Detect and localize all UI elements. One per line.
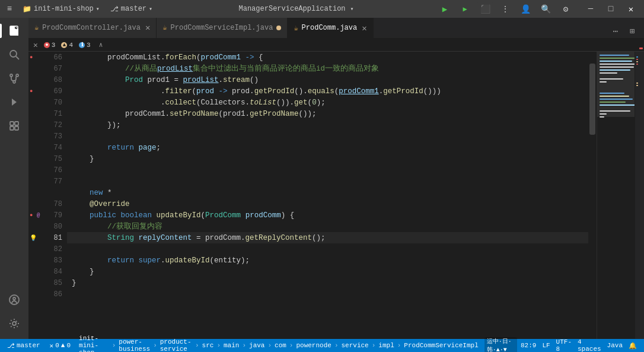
split-editor-icon[interactable]: ⊞ <box>625 24 639 38</box>
line-number-81: 💡 81 <box>28 232 67 243</box>
branch-selector[interactable]: ⎇ master ▾ <box>107 4 156 15</box>
code-line-74: return page; <box>67 142 588 153</box>
tab-close-icon[interactable]: ✕ <box>362 23 366 33</box>
line-number-84: 84 <box>28 266 67 277</box>
breadcrumb-item-7[interactable]: com <box>273 342 288 349</box>
line-number-82: 82 <box>28 243 67 255</box>
line-number-77: 77 <box>28 176 67 187</box>
git-status[interactable]: ⎇ master <box>5 339 43 352</box>
svg-point-1 <box>10 50 17 57</box>
sidebar-item-settings[interactable] <box>4 313 25 334</box>
close-button[interactable]: ✕ <box>623 2 639 15</box>
tab-prodcommcontroller[interactable]: ☕ ProdCommController.java ✕ <box>28 18 157 38</box>
info-badge: ℹ 3 <box>79 42 91 49</box>
git-icon: ⎇ <box>7 342 15 350</box>
stop-button[interactable]: ⬛ <box>477 2 493 15</box>
svg-point-11 <box>13 297 15 300</box>
svg-rect-7 <box>15 122 18 125</box>
settings-icon[interactable]: ⚙ <box>557 2 574 15</box>
chevron-down-icon: ▾ <box>149 5 152 12</box>
breadcrumb-item-5[interactable]: main <box>222 342 240 349</box>
run-button[interactable]: ▶ <box>436 2 453 15</box>
status-bar: ⎇ master ✕ 0 ▲ 0 init-mini-shop › power-… <box>0 339 644 352</box>
position-label: 82:9 <box>521 342 536 349</box>
code-line-77 <box>67 176 588 187</box>
vertical-scrollbar[interactable] <box>588 52 597 339</box>
tab-prodcomm[interactable]: ☕ ProdComm.java ✕ <box>288 18 373 38</box>
info-icon: ℹ <box>79 42 85 48</box>
warning-count: 4 <box>69 42 73 49</box>
language-mode[interactable]: Java <box>605 342 625 349</box>
activity-bar <box>0 18 28 339</box>
language-label: Java <box>607 342 623 349</box>
code-line-71: prodComm1.setProdName(prod1.getProdName(… <box>67 108 588 119</box>
dismiss-error-icon[interactable]: ✕ <box>33 40 38 50</box>
editor-container[interactable]: ● 66 67 68 ● 69 70 71 72 73 <box>28 52 644 339</box>
breadcrumb-item-9[interactable]: service <box>340 342 370 349</box>
tab-label: ProdComm.java <box>302 24 358 32</box>
maximize-button[interactable]: □ <box>602 2 619 15</box>
breadcrumb-item-10[interactable]: impl <box>377 342 395 349</box>
indent-label: 4 spaces <box>578 338 601 352</box>
scrollbar-thumb[interactable] <box>589 64 595 135</box>
line-number-85: 85 <box>28 277 67 288</box>
code-line-82 <box>67 243 588 255</box>
debug-run-button[interactable]: ▶ <box>457 2 473 15</box>
tab-more-icon[interactable]: ⋯ <box>608 24 623 38</box>
account-icon[interactable]: 👤 <box>517 2 534 15</box>
warning-icon: ▲ <box>61 42 67 48</box>
project-name[interactable]: 📁 init-mini-shop ▾ <box>19 4 103 15</box>
sidebar-item-extensions[interactable] <box>4 115 25 137</box>
line-gutter: ● 66 67 68 ● 69 70 71 72 73 <box>28 52 67 339</box>
file-encoding[interactable]: UTF-8 <box>554 338 574 352</box>
breadcrumb-item-1[interactable]: init-mini-shop <box>78 335 110 352</box>
sidebar-item-files[interactable] <box>4 20 25 42</box>
breadcrumb-item-4[interactable]: src <box>201 342 215 349</box>
breadcrumb-item-2[interactable]: power-business <box>117 338 151 352</box>
error-status[interactable]: ✕ 0 ▲ 0 <box>47 339 73 352</box>
line-number-68: 68 <box>28 74 67 85</box>
sidebar-item-git[interactable] <box>4 68 25 89</box>
minimize-button[interactable]: ─ <box>582 2 599 15</box>
toggle-problems-icon[interactable]: ∧ <box>99 41 103 49</box>
breadcrumb-item-6[interactable]: java <box>248 342 266 349</box>
error-badge: ● 3 <box>44 42 56 49</box>
breadcrumb-item-11[interactable]: ProdCommServiceImpl <box>403 342 479 349</box>
line-number-new <box>28 187 67 198</box>
indentation[interactable]: 4 spaces <box>575 338 604 352</box>
code-area[interactable]: prodCommList.forEach(prodComm1 -> { //从商… <box>67 52 588 339</box>
code-line-76 <box>67 164 588 176</box>
line-number-69: ● 69 <box>28 85 67 97</box>
tab-prodcommserviceimpl[interactable]: ☕ ProdCommServiceImpl.java <box>157 18 288 38</box>
ime-indicator[interactable]: 运中·日·韩·▲·▼ <box>484 337 517 352</box>
more-options-icon[interactable]: ⋮ <box>497 2 514 15</box>
line-number-70: 70 <box>28 97 67 108</box>
cursor-position[interactable]: 82:9 <box>518 342 538 349</box>
svg-rect-8 <box>10 126 14 130</box>
search-icon[interactable]: 🔍 <box>537 2 554 15</box>
breadcrumb-item-8[interactable]: powernode <box>295 342 332 349</box>
breadcrumb-item-3[interactable]: product-service <box>159 338 193 352</box>
svg-point-3 <box>10 74 12 77</box>
line-number-80: 80 <box>28 221 67 232</box>
line-number-72: 72 <box>28 119 67 131</box>
svg-point-12 <box>12 322 16 325</box>
line-ending[interactable]: LF <box>540 342 552 349</box>
git-branch-label: master <box>17 342 40 349</box>
tab-label: ProdCommServiceImpl.java <box>171 24 273 32</box>
line-number-74: 74 <box>28 142 67 153</box>
feedback-icon[interactable]: 🔔 <box>626 342 639 350</box>
editor-area: ☕ ProdCommController.java ✕ ☕ ProdCommSe… <box>28 18 644 339</box>
sidebar-item-run-debug[interactable] <box>4 289 25 310</box>
code-line-69: .filter(prod -> prod.getProdId().equals(… <box>67 85 588 97</box>
minimap[interactable] <box>597 52 644 339</box>
charset-label: UTF-8 <box>556 338 572 352</box>
folder-icon: 📁 <box>23 5 31 14</box>
git-branch-icon: ⎇ <box>110 5 119 14</box>
app-name-label: ManagerServiceApplication <box>239 5 346 13</box>
code-line-78: @Override <box>67 198 588 210</box>
code-line-new: new * <box>67 187 588 198</box>
sidebar-item-debug[interactable] <box>4 91 25 113</box>
tab-close-icon[interactable]: ✕ <box>145 23 150 33</box>
sidebar-item-search[interactable] <box>4 44 25 65</box>
